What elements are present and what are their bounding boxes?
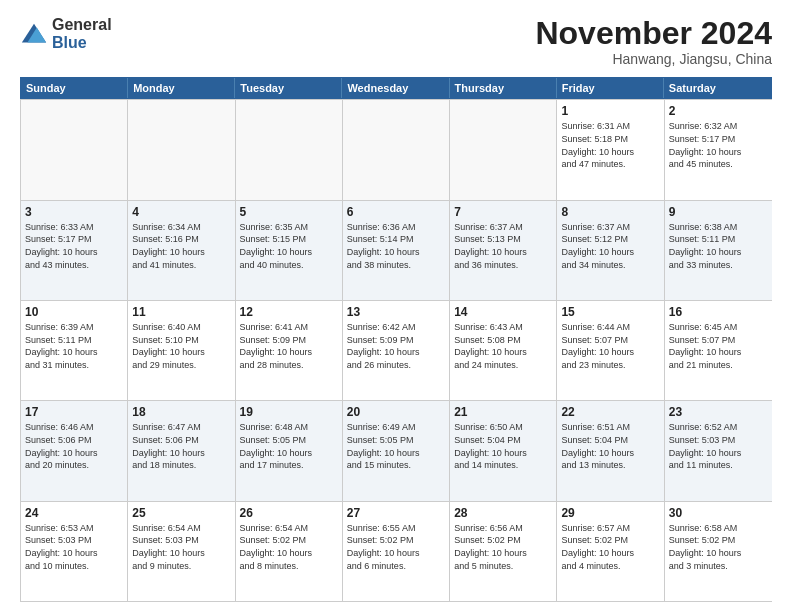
cell-w4-d4: 20Sunrise: 6:49 AM Sunset: 5:05 PM Dayli… xyxy=(343,401,450,500)
cell-w2-d4: 6Sunrise: 6:36 AM Sunset: 5:14 PM Daylig… xyxy=(343,201,450,300)
cell-w4-d5: 21Sunrise: 6:50 AM Sunset: 5:04 PM Dayli… xyxy=(450,401,557,500)
cell-w1-d5 xyxy=(450,100,557,199)
cell-info: Sunrise: 6:56 AM Sunset: 5:02 PM Dayligh… xyxy=(454,522,552,572)
cell-info: Sunrise: 6:35 AM Sunset: 5:15 PM Dayligh… xyxy=(240,221,338,271)
logo-blue: Blue xyxy=(52,34,87,51)
cell-info: Sunrise: 6:46 AM Sunset: 5:06 PM Dayligh… xyxy=(25,421,123,471)
cell-info: Sunrise: 6:34 AM Sunset: 5:16 PM Dayligh… xyxy=(132,221,230,271)
header: General Blue November 2024 Hanwang, Jian… xyxy=(20,16,772,67)
cell-w4-d1: 17Sunrise: 6:46 AM Sunset: 5:06 PM Dayli… xyxy=(21,401,128,500)
cell-w3-d6: 15Sunrise: 6:44 AM Sunset: 5:07 PM Dayli… xyxy=(557,301,664,400)
cell-w5-d2: 25Sunrise: 6:54 AM Sunset: 5:03 PM Dayli… xyxy=(128,502,235,601)
cell-w3-d3: 12Sunrise: 6:41 AM Sunset: 5:09 PM Dayli… xyxy=(236,301,343,400)
cell-w3-d4: 13Sunrise: 6:42 AM Sunset: 5:09 PM Dayli… xyxy=(343,301,450,400)
month-title: November 2024 xyxy=(535,16,772,51)
week-row-4: 17Sunrise: 6:46 AM Sunset: 5:06 PM Dayli… xyxy=(21,400,772,500)
cell-w5-d3: 26Sunrise: 6:54 AM Sunset: 5:02 PM Dayli… xyxy=(236,502,343,601)
day-number: 23 xyxy=(669,404,768,420)
week-row-1: 1Sunrise: 6:31 AM Sunset: 5:18 PM Daylig… xyxy=(21,99,772,199)
page: General Blue November 2024 Hanwang, Jian… xyxy=(0,0,792,612)
day-number: 14 xyxy=(454,304,552,320)
day-number: 5 xyxy=(240,204,338,220)
day-number: 19 xyxy=(240,404,338,420)
cell-info: Sunrise: 6:42 AM Sunset: 5:09 PM Dayligh… xyxy=(347,321,445,371)
day-number: 27 xyxy=(347,505,445,521)
day-number: 3 xyxy=(25,204,123,220)
header-thursday: Thursday xyxy=(450,78,557,98)
cell-info: Sunrise: 6:41 AM Sunset: 5:09 PM Dayligh… xyxy=(240,321,338,371)
logo: General Blue xyxy=(20,16,112,51)
cell-info: Sunrise: 6:40 AM Sunset: 5:10 PM Dayligh… xyxy=(132,321,230,371)
logo-general: General xyxy=(52,16,112,33)
day-number: 17 xyxy=(25,404,123,420)
cell-w3-d1: 10Sunrise: 6:39 AM Sunset: 5:11 PM Dayli… xyxy=(21,301,128,400)
cell-w4-d6: 22Sunrise: 6:51 AM Sunset: 5:04 PM Dayli… xyxy=(557,401,664,500)
cell-w4-d7: 23Sunrise: 6:52 AM Sunset: 5:03 PM Dayli… xyxy=(665,401,772,500)
cell-info: Sunrise: 6:48 AM Sunset: 5:05 PM Dayligh… xyxy=(240,421,338,471)
cell-w2-d5: 7Sunrise: 6:37 AM Sunset: 5:13 PM Daylig… xyxy=(450,201,557,300)
cell-w2-d2: 4Sunrise: 6:34 AM Sunset: 5:16 PM Daylig… xyxy=(128,201,235,300)
cell-w3-d2: 11Sunrise: 6:40 AM Sunset: 5:10 PM Dayli… xyxy=(128,301,235,400)
header-friday: Friday xyxy=(557,78,664,98)
day-number: 22 xyxy=(561,404,659,420)
day-number: 25 xyxy=(132,505,230,521)
day-number: 18 xyxy=(132,404,230,420)
header-sunday: Sunday xyxy=(21,78,128,98)
cell-info: Sunrise: 6:53 AM Sunset: 5:03 PM Dayligh… xyxy=(25,522,123,572)
cell-w4-d2: 18Sunrise: 6:47 AM Sunset: 5:06 PM Dayli… xyxy=(128,401,235,500)
cell-info: Sunrise: 6:44 AM Sunset: 5:07 PM Dayligh… xyxy=(561,321,659,371)
day-number: 4 xyxy=(132,204,230,220)
cell-info: Sunrise: 6:49 AM Sunset: 5:05 PM Dayligh… xyxy=(347,421,445,471)
day-number: 26 xyxy=(240,505,338,521)
location: Hanwang, Jiangsu, China xyxy=(535,51,772,67)
cell-info: Sunrise: 6:43 AM Sunset: 5:08 PM Dayligh… xyxy=(454,321,552,371)
day-number: 21 xyxy=(454,404,552,420)
title-block: November 2024 Hanwang, Jiangsu, China xyxy=(535,16,772,67)
week-row-2: 3Sunrise: 6:33 AM Sunset: 5:17 PM Daylig… xyxy=(21,200,772,300)
cell-info: Sunrise: 6:54 AM Sunset: 5:02 PM Dayligh… xyxy=(240,522,338,572)
cell-w3-d5: 14Sunrise: 6:43 AM Sunset: 5:08 PM Dayli… xyxy=(450,301,557,400)
cell-w2-d3: 5Sunrise: 6:35 AM Sunset: 5:15 PM Daylig… xyxy=(236,201,343,300)
calendar: Sunday Monday Tuesday Wednesday Thursday… xyxy=(20,77,772,602)
cell-w1-d2 xyxy=(128,100,235,199)
cell-w5-d7: 30Sunrise: 6:58 AM Sunset: 5:02 PM Dayli… xyxy=(665,502,772,601)
cell-w1-d6: 1Sunrise: 6:31 AM Sunset: 5:18 PM Daylig… xyxy=(557,100,664,199)
header-wednesday: Wednesday xyxy=(342,78,449,98)
cell-info: Sunrise: 6:33 AM Sunset: 5:17 PM Dayligh… xyxy=(25,221,123,271)
day-number: 10 xyxy=(25,304,123,320)
cell-w1-d3 xyxy=(236,100,343,199)
day-number: 8 xyxy=(561,204,659,220)
header-tuesday: Tuesday xyxy=(235,78,342,98)
cell-info: Sunrise: 6:39 AM Sunset: 5:11 PM Dayligh… xyxy=(25,321,123,371)
cell-info: Sunrise: 6:52 AM Sunset: 5:03 PM Dayligh… xyxy=(669,421,768,471)
day-number: 12 xyxy=(240,304,338,320)
day-number: 11 xyxy=(132,304,230,320)
cell-info: Sunrise: 6:47 AM Sunset: 5:06 PM Dayligh… xyxy=(132,421,230,471)
day-number: 7 xyxy=(454,204,552,220)
calendar-header: Sunday Monday Tuesday Wednesday Thursday… xyxy=(20,77,772,99)
cell-w1-d7: 2Sunrise: 6:32 AM Sunset: 5:17 PM Daylig… xyxy=(665,100,772,199)
cell-w2-d7: 9Sunrise: 6:38 AM Sunset: 5:11 PM Daylig… xyxy=(665,201,772,300)
cell-info: Sunrise: 6:54 AM Sunset: 5:03 PM Dayligh… xyxy=(132,522,230,572)
cell-w3-d7: 16Sunrise: 6:45 AM Sunset: 5:07 PM Dayli… xyxy=(665,301,772,400)
cell-w2-d1: 3Sunrise: 6:33 AM Sunset: 5:17 PM Daylig… xyxy=(21,201,128,300)
cell-info: Sunrise: 6:55 AM Sunset: 5:02 PM Dayligh… xyxy=(347,522,445,572)
cell-w5-d4: 27Sunrise: 6:55 AM Sunset: 5:02 PM Dayli… xyxy=(343,502,450,601)
day-number: 6 xyxy=(347,204,445,220)
week-row-3: 10Sunrise: 6:39 AM Sunset: 5:11 PM Dayli… xyxy=(21,300,772,400)
header-monday: Monday xyxy=(128,78,235,98)
cell-info: Sunrise: 6:37 AM Sunset: 5:13 PM Dayligh… xyxy=(454,221,552,271)
day-number: 20 xyxy=(347,404,445,420)
cell-info: Sunrise: 6:31 AM Sunset: 5:18 PM Dayligh… xyxy=(561,120,659,170)
cell-info: Sunrise: 6:32 AM Sunset: 5:17 PM Dayligh… xyxy=(669,120,768,170)
day-number: 15 xyxy=(561,304,659,320)
day-number: 9 xyxy=(669,204,768,220)
day-number: 24 xyxy=(25,505,123,521)
day-number: 29 xyxy=(561,505,659,521)
day-number: 1 xyxy=(561,103,659,119)
cell-w1-d4 xyxy=(343,100,450,199)
day-number: 13 xyxy=(347,304,445,320)
day-number: 16 xyxy=(669,304,768,320)
cell-info: Sunrise: 6:45 AM Sunset: 5:07 PM Dayligh… xyxy=(669,321,768,371)
calendar-body: 1Sunrise: 6:31 AM Sunset: 5:18 PM Daylig… xyxy=(20,99,772,602)
